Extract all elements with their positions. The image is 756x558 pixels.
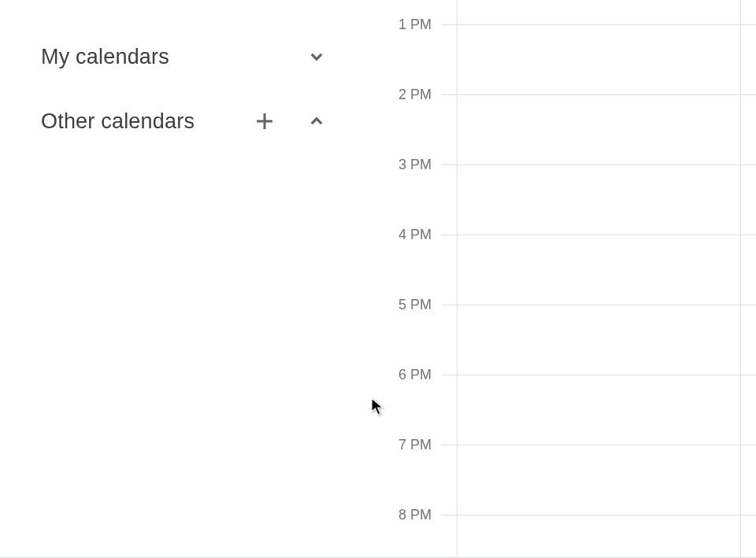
plus-icon[interactable] xyxy=(249,105,280,137)
time-tick xyxy=(441,24,457,25)
chevron-up-icon[interactable] xyxy=(301,105,332,137)
time-label: 6 PM xyxy=(398,367,432,383)
time-label: 8 PM xyxy=(398,507,432,523)
time-label: 5 PM xyxy=(398,297,432,313)
hour-line xyxy=(457,375,756,375)
time-tick xyxy=(441,164,457,165)
time-axis: 1 PM2 PM3 PM4 PM5 PM6 PM7 PM8 PM xyxy=(356,0,457,558)
time-label: 4 PM xyxy=(398,227,432,243)
time-tick xyxy=(441,235,457,235)
time-label: 7 PM xyxy=(398,437,432,453)
sidebar-section-other-calendars[interactable]: Other calendars xyxy=(41,96,332,146)
time-tick xyxy=(441,375,457,375)
hour-line xyxy=(457,235,756,235)
sidebar-section-label: Other calendars xyxy=(41,109,195,134)
time-label: 1 PM xyxy=(398,17,432,33)
sidebar-section-my-calendars[interactable]: My calendars xyxy=(41,31,332,82)
hour-line xyxy=(457,445,756,445)
sidebar: My calendars Other calendars xyxy=(0,0,356,558)
time-tick xyxy=(441,515,457,516)
time-label: 3 PM xyxy=(398,157,432,173)
time-tick xyxy=(441,305,457,305)
section-icons xyxy=(249,105,332,137)
hour-line xyxy=(457,305,756,305)
time-tick xyxy=(441,445,457,445)
app-root: My calendars Other calendars 1 PM2 PM3 P… xyxy=(0,0,756,558)
hour-line xyxy=(457,24,756,25)
calendar-timegrid[interactable]: 1 PM2 PM3 PM4 PM5 PM6 PM7 PM8 PM xyxy=(356,0,756,558)
day-separator xyxy=(740,0,741,558)
hour-line xyxy=(457,94,756,95)
hour-line xyxy=(457,164,756,165)
time-label: 2 PM xyxy=(398,87,432,103)
hour-line xyxy=(457,515,756,516)
sidebar-section-label: My calendars xyxy=(41,45,169,69)
section-icons xyxy=(301,41,332,72)
day-separator xyxy=(457,0,458,558)
timegrid-cells[interactable] xyxy=(457,0,756,558)
chevron-down-icon[interactable] xyxy=(301,41,332,72)
time-tick xyxy=(441,94,457,95)
